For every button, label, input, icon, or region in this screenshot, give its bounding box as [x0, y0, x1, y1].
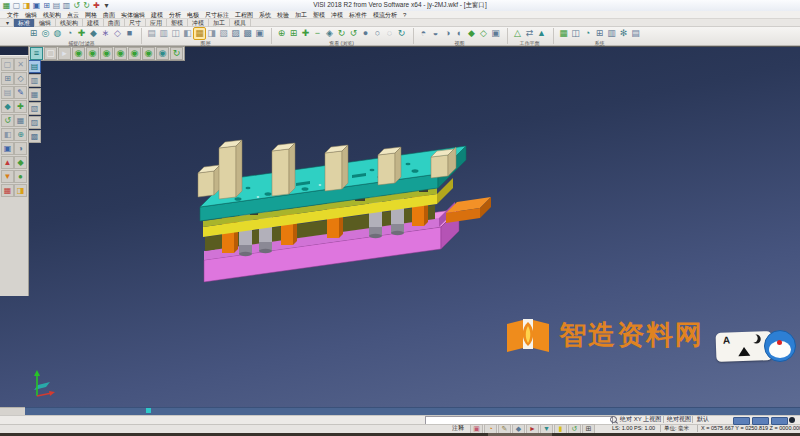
info-panel-icon[interactable]: ▨: [28, 116, 41, 129]
menu-item-9[interactable]: 分析: [166, 11, 184, 19]
calculator-icon[interactable]: ⊞: [594, 28, 605, 39]
menu-item-20[interactable]: ?: [400, 11, 409, 19]
grid-tool-icon[interactable]: ⊞: [1, 72, 14, 85]
properties-panel-icon[interactable]: ▩: [28, 130, 41, 143]
tab-1[interactable]: 标准: [14, 19, 35, 27]
tab-2[interactable]: 编辑: [35, 19, 56, 27]
tree-toggle-icon[interactable]: ▼: [540, 424, 553, 434]
menu-item-16[interactable]: 塑模: [310, 11, 328, 19]
bodies-panel-icon[interactable]: ▦: [28, 88, 41, 101]
snap-center-icon[interactable]: ◔: [64, 28, 75, 39]
menu-item-5[interactable]: 网格: [82, 11, 100, 19]
previous-view-icon[interactable]: ↺: [348, 28, 359, 39]
filter-curve-icon[interactable]: ◇: [112, 28, 123, 39]
menu-item-13[interactable]: 系统: [256, 11, 274, 19]
surface-tool-icon[interactable]: ◆: [1, 100, 14, 113]
menu-item-17[interactable]: 冲模: [328, 11, 346, 19]
new-window-icon[interactable]: ▢: [44, 47, 57, 60]
view-right-icon[interactable]: ◑: [442, 28, 453, 39]
note-toggle-icon[interactable]: ▣: [470, 424, 483, 434]
folder-tool-icon[interactable]: ◨: [14, 184, 27, 197]
orbit-bottom-icon[interactable]: ◉: [156, 47, 169, 60]
tab-9[interactable]: 冲模: [188, 19, 209, 27]
view-refresh-icon[interactable]: ↻: [170, 47, 183, 60]
layer-new-icon[interactable]: ▤: [146, 28, 157, 39]
pen-toggle-icon[interactable]: ✎: [498, 424, 511, 434]
globe-icon[interactable]: ◔: [582, 28, 593, 39]
orbit-right-icon[interactable]: ◉: [100, 47, 113, 60]
layer-off-icon[interactable]: ◧: [182, 28, 193, 39]
view-list-icon[interactable]: ≡: [30, 47, 43, 60]
ruler-toggle-icon[interactable]: ▮: [554, 424, 567, 434]
menu-item-8[interactable]: 建模: [148, 11, 166, 19]
snap-intersection-icon[interactable]: ✚: [76, 28, 87, 39]
cleanup-icon[interactable]: ✻: [618, 28, 629, 39]
menu-item-6[interactable]: 曲面: [100, 11, 118, 19]
default-indicator[interactable]: 默认: [697, 415, 709, 424]
zoom-all-icon[interactable]: ⊕: [276, 28, 287, 39]
orbit-left-icon[interactable]: ◉: [142, 47, 155, 60]
layer-move-icon[interactable]: ▧: [218, 28, 229, 39]
tab-7[interactable]: 应用: [146, 19, 167, 27]
mold-assembly-model[interactable]: [185, 130, 505, 295]
confirm-tool-icon[interactable]: ◆: [14, 156, 27, 169]
undo-tool-icon[interactable]: ↺: [1, 114, 14, 127]
tab-8[interactable]: 塑模: [167, 19, 188, 27]
tab-6[interactable]: 尺寸: [125, 19, 146, 27]
warning-tool-icon[interactable]: ▼: [1, 170, 14, 183]
history-panel-icon[interactable]: ▧: [28, 102, 41, 115]
filter-solid-icon[interactable]: ■: [124, 28, 135, 39]
orbit-top-icon[interactable]: ◉: [72, 47, 85, 60]
shaded-mode-icon[interactable]: ●: [360, 28, 371, 39]
printer-icon[interactable]: ▤: [630, 28, 641, 39]
view-top-icon[interactable]: ◓: [418, 28, 429, 39]
layer-settings-icon[interactable]: ▣: [254, 28, 265, 39]
table-icon[interactable]: ▥: [606, 28, 617, 39]
tab-10[interactable]: 加工: [209, 19, 230, 27]
view-left-icon[interactable]: ◐: [454, 28, 465, 39]
view-front-icon[interactable]: ◒: [430, 28, 441, 39]
view-manager-icon[interactable]: ▣: [490, 28, 501, 39]
status-circle-icon[interactable]: [789, 417, 795, 423]
menu-item-4[interactable]: 点云: [64, 11, 82, 19]
add-tool-icon[interactable]: ✚: [14, 100, 27, 113]
snap-node-icon[interactable]: ◆: [88, 28, 99, 39]
wireframe-mode-icon[interactable]: ○: [372, 28, 383, 39]
menu-item-1[interactable]: 文件: [4, 11, 22, 19]
tab-11[interactable]: 模具: [230, 19, 251, 27]
snap-endpoint-icon[interactable]: ◎: [40, 28, 51, 39]
hide-entity-icon[interactable]: ◌: [384, 28, 395, 39]
menu-item-19[interactable]: 模流分析: [370, 11, 400, 19]
menu-item-12[interactable]: 工程图: [232, 11, 256, 19]
material-tool-icon[interactable]: ▦: [1, 184, 14, 197]
orbit-back-icon[interactable]: ◉: [128, 47, 141, 60]
point-tool-icon[interactable]: ◇: [14, 72, 27, 85]
orbit-front-icon[interactable]: ◉: [86, 47, 99, 60]
mesh-tool-icon[interactable]: ▦: [14, 114, 27, 127]
annotation-label[interactable]: 注释: [452, 424, 464, 433]
menu-item-18[interactable]: 标准件: [346, 11, 370, 19]
menu-item-10[interactable]: 电极: [184, 11, 202, 19]
quick-layout-button-2[interactable]: [752, 417, 769, 425]
filter-point-icon[interactable]: ∗: [100, 28, 111, 39]
tab-4[interactable]: 建模: [83, 19, 104, 27]
grid-toggle-icon[interactable]: ⊞: [582, 424, 595, 434]
delete-tool-icon[interactable]: ▲: [1, 156, 14, 169]
image-capture-icon[interactable]: ◫: [570, 28, 581, 39]
tab-3[interactable]: 线架构: [56, 19, 83, 27]
menu-item-2[interactable]: 编辑: [22, 11, 40, 19]
quick-layout-button-1[interactable]: [733, 417, 750, 425]
redraw-icon[interactable]: ↻: [396, 28, 407, 39]
cart-toggle-icon[interactable]: ►: [526, 424, 539, 434]
clock-toggle-icon[interactable]: ↺: [568, 424, 581, 434]
layer-merge-icon[interactable]: ▩: [242, 28, 253, 39]
select-view-icon[interactable]: ▸: [58, 47, 71, 60]
layer-list-icon[interactable]: ▥: [158, 28, 169, 39]
rotate-view-icon[interactable]: ↻: [336, 28, 347, 39]
zoom-in-icon[interactable]: ✚: [300, 28, 311, 39]
zoom-window-icon[interactable]: ⊞: [288, 28, 299, 39]
person-toggle-icon[interactable]: ◆: [512, 424, 525, 434]
tab-5[interactable]: 曲面: [104, 19, 125, 27]
view-indicator[interactable]: 绝对视图: [667, 415, 691, 424]
tab-dropdown-icon[interactable]: ▾: [2, 19, 14, 26]
